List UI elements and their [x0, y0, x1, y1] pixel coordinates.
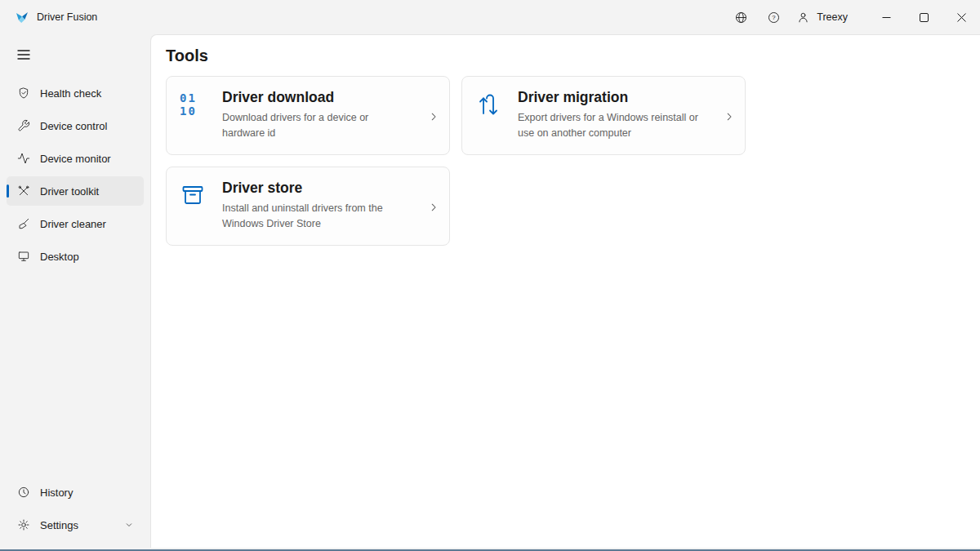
sidebar-item-device-monitor[interactable]: Device monitor: [7, 144, 144, 173]
minimize-button[interactable]: [867, 0, 905, 34]
navigation-menu-button[interactable]: [8, 41, 39, 69]
sidebar-item-label: Health check: [40, 87, 101, 100]
card-title: Driver download: [222, 89, 410, 106]
brush-icon: [16, 217, 30, 231]
sidebar-item-settings[interactable]: Settings: [7, 510, 144, 540]
activity-icon: [16, 152, 30, 166]
person-icon: [796, 11, 810, 24]
tools-icon: [16, 184, 30, 198]
sidebar-item-label: Device control: [40, 120, 107, 132]
card-title: Driver store: [222, 180, 410, 197]
app-logo-icon: [15, 10, 29, 24]
card-description: Download drivers for a device or hardwar…: [222, 110, 410, 141]
monitor-icon: [16, 250, 30, 264]
sidebar-item-driver-toolkit[interactable]: Driver toolkit: [7, 176, 144, 206]
sidebar-item-device-control[interactable]: Device control: [7, 111, 144, 140]
tools-card-grid: 01 10 Driver download Download drivers f…: [166, 76, 965, 246]
chevron-right-icon: [428, 111, 439, 122]
close-button[interactable]: [942, 0, 980, 34]
account-button[interactable]: Treexy: [790, 3, 859, 31]
sidebar-item-label: Driver toolkit: [40, 185, 99, 198]
app-title: Driver Fusion: [37, 11, 97, 23]
sidebar-spacer: [5, 273, 145, 476]
main-content: Tools 01 10 Driver download Download dri…: [150, 34, 980, 548]
sidebar: Health check Device control Device monit…: [0, 34, 150, 548]
sidebar-item-label: History: [40, 487, 73, 499]
window-controls: [867, 0, 980, 34]
sidebar-item-label: Desktop: [40, 251, 79, 263]
titlebar: Driver Fusion ?: [0, 0, 980, 34]
account-name: Treexy: [817, 11, 848, 23]
language-globe-button[interactable]: [724, 3, 757, 31]
close-icon: [957, 13, 966, 22]
maximize-button[interactable]: [905, 0, 942, 34]
store-box-icon: [180, 180, 211, 234]
card-title: Driver migration: [518, 89, 706, 106]
help-button[interactable]: ?: [757, 3, 790, 31]
card-driver-migration[interactable]: Driver migration Export drivers for a Wi…: [461, 76, 746, 155]
card-driver-download[interactable]: 01 10 Driver download Download drivers f…: [166, 76, 450, 155]
chevron-down-icon: [124, 520, 134, 530]
help-icon: ?: [767, 11, 781, 24]
card-description: Export drivers for a Windows reinstall o…: [518, 110, 706, 141]
chevron-right-icon: [428, 202, 439, 213]
sidebar-item-history[interactable]: History: [7, 478, 144, 507]
clock-icon: [16, 486, 30, 500]
sidebar-item-desktop[interactable]: Desktop: [7, 242, 144, 271]
minimize-icon: [882, 13, 891, 22]
svg-text:?: ?: [772, 14, 776, 21]
selection-indicator: [7, 184, 9, 198]
migration-arrows-icon: [475, 89, 506, 144]
card-description: Install and uninstall drivers from the W…: [222, 201, 410, 232]
page-title: Tools: [166, 47, 965, 65]
sidebar-item-health-check[interactable]: Health check: [7, 78, 144, 108]
chevron-right-icon: [724, 111, 735, 122]
card-driver-store[interactable]: Driver store Install and uninstall drive…: [166, 167, 450, 246]
sidebar-item-driver-cleaner[interactable]: Driver cleaner: [7, 209, 144, 238]
gear-icon: [16, 518, 30, 532]
sidebar-item-label: Driver cleaner: [40, 218, 106, 230]
sidebar-item-label: Device monitor: [40, 153, 111, 165]
wrench-icon: [16, 119, 30, 133]
hamburger-icon: [17, 49, 30, 60]
maximize-icon: [920, 13, 929, 22]
sidebar-item-label: Settings: [40, 519, 78, 531]
globe-icon: [734, 11, 748, 24]
binary-digits-icon: 01 10: [180, 89, 211, 144]
shield-check-icon: [16, 87, 30, 100]
